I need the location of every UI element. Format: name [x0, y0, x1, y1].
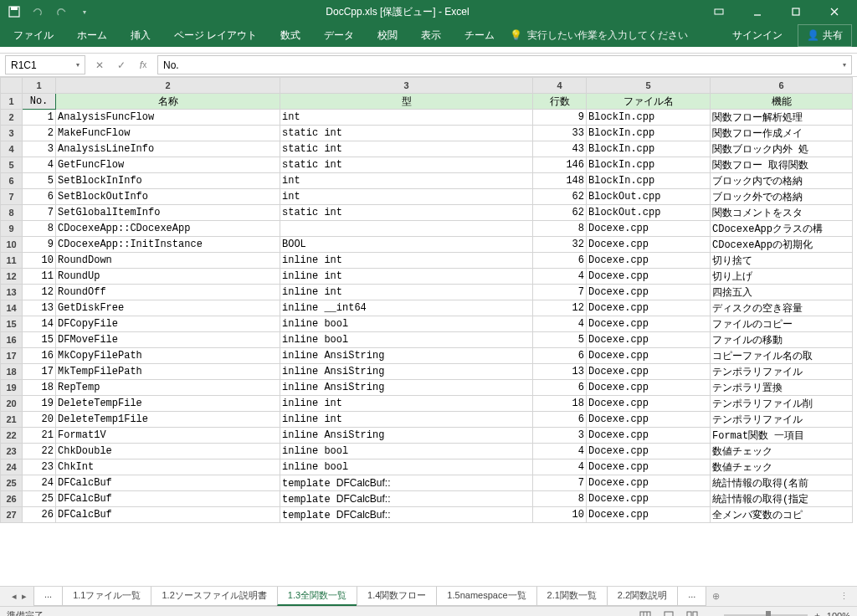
- cell[interactable]: Docexe.cpp: [587, 475, 711, 491]
- save-icon[interactable]: [3, 2, 25, 22]
- row-header[interactable]: 19: [1, 380, 23, 396]
- cell[interactable]: SetBlockInInfo: [56, 173, 280, 189]
- cell[interactable]: テンポラリファイル: [711, 412, 853, 428]
- cell[interactable]: 7: [533, 285, 587, 300]
- col-header[interactable]: 5: [587, 78, 711, 94]
- cell[interactable]: AnalysisFuncFlow: [56, 110, 280, 126]
- sheet-tab[interactable]: 2.2関数説明: [607, 587, 678, 606]
- cell[interactable]: template DFCalcBuf::: [280, 507, 533, 523]
- cell[interactable]: Docexe.cpp: [587, 459, 711, 475]
- cell[interactable]: 62: [533, 205, 587, 221]
- cell[interactable]: 23: [23, 459, 56, 475]
- cell[interactable]: 数値チェック: [711, 459, 853, 475]
- cell[interactable]: 3: [533, 428, 587, 444]
- cell[interactable]: Docexe.cpp: [587, 300, 711, 316]
- row-header[interactable]: 2: [1, 110, 23, 126]
- enter-icon[interactable]: ✓: [112, 56, 131, 74]
- cell[interactable]: 8: [23, 221, 56, 237]
- cell[interactable]: 26: [23, 507, 56, 523]
- zoom-in-icon[interactable]: ＋: [813, 609, 822, 616]
- cell[interactable]: ブロック内での格納: [711, 173, 853, 189]
- sheet-tab[interactable]: 1.1ファイル一覧: [62, 587, 151, 606]
- ribbon-tab[interactable]: 校閲: [369, 25, 406, 46]
- cell[interactable]: Docexe.cpp: [587, 221, 711, 237]
- col-header[interactable]: 1: [23, 78, 56, 94]
- cell[interactable]: inline AnsiString: [280, 428, 533, 444]
- cell[interactable]: 7: [533, 475, 587, 491]
- cell[interactable]: 62: [533, 189, 587, 205]
- cell[interactable]: 関数フロー解析処理: [711, 110, 853, 126]
- cell[interactable]: static int: [280, 126, 533, 141]
- expand-icon[interactable]: ▾: [843, 61, 846, 69]
- row-header[interactable]: 24: [1, 459, 23, 475]
- cell[interactable]: inline int: [280, 269, 533, 285]
- cell[interactable]: inline AnsiString: [280, 364, 533, 380]
- cell[interactable]: 4: [23, 157, 56, 173]
- col-header[interactable]: 2: [56, 78, 280, 94]
- row-header[interactable]: 13: [1, 285, 23, 300]
- cell[interactable]: 17: [23, 364, 56, 380]
- cell[interactable]: ディスクの空き容量: [711, 300, 853, 316]
- sheet-tab[interactable]: 1.5namespace一覧: [436, 587, 536, 606]
- cell[interactable]: Format1V: [56, 428, 280, 444]
- sheet-tab[interactable]: 1.2ソースファイル説明書: [151, 587, 277, 606]
- cell[interactable]: テンポラリ置換: [711, 380, 853, 396]
- cell[interactable]: 18: [533, 396, 587, 412]
- cell[interactable]: int: [280, 189, 533, 205]
- cell[interactable]: BlockIn.cpp: [587, 110, 711, 126]
- cell[interactable]: 9: [533, 110, 587, 126]
- row-header[interactable]: 21: [1, 412, 23, 428]
- cell[interactable]: 四捨五入: [711, 285, 853, 300]
- cell[interactable]: Docexe.cpp: [587, 285, 711, 300]
- cell[interactable]: GetDiskFree: [56, 300, 280, 316]
- cell[interactable]: 関数コメントをスタ: [711, 205, 853, 221]
- cell[interactable]: BlockIn.cpp: [587, 173, 711, 189]
- page-layout-view-icon[interactable]: [658, 608, 680, 617]
- cell[interactable]: ブロック外での格納: [711, 189, 853, 205]
- cell[interactable]: 11: [23, 269, 56, 285]
- cell[interactable]: 関数フロー作成メイ: [711, 126, 853, 141]
- cell[interactable]: 33: [533, 126, 587, 141]
- cell[interactable]: template DFCalcBuf::: [280, 475, 533, 491]
- cell[interactable]: Docexe.cpp: [587, 253, 711, 269]
- ribbon-tab[interactable]: ファイル: [5, 25, 62, 46]
- page-break-view-icon[interactable]: [681, 608, 703, 617]
- cancel-icon[interactable]: ✕: [90, 56, 109, 74]
- cell[interactable]: int: [280, 110, 533, 126]
- cell[interactable]: DFCopyFile: [56, 316, 280, 332]
- cell[interactable]: 関数フロー 取得関数: [711, 157, 853, 173]
- cell[interactable]: 6: [533, 348, 587, 364]
- qat-dropdown-icon[interactable]: ▾: [74, 2, 95, 22]
- zoom-out-icon[interactable]: −: [713, 611, 718, 617]
- cell[interactable]: Format関数 一項目: [711, 428, 853, 444]
- cell[interactable]: 4: [533, 316, 587, 332]
- cell[interactable]: ファイルのコピー: [711, 316, 853, 332]
- cell[interactable]: SetGlobalItemInfo: [56, 205, 280, 221]
- worksheet-grid[interactable]: 1234561No.名称型行数ファイル名機能 2 1 AnalysisFuncF…: [0, 77, 857, 586]
- cell[interactable]: static int: [280, 141, 533, 157]
- cell[interactable]: 1: [23, 110, 56, 126]
- col-header[interactable]: 4: [533, 78, 587, 94]
- cell[interactable]: SetBlockOutInfo: [56, 189, 280, 205]
- cell[interactable]: Docexe.cpp: [587, 491, 711, 507]
- cell[interactable]: Docexe.cpp: [587, 269, 711, 285]
- row-header[interactable]: 11: [1, 253, 23, 269]
- cell[interactable]: 22: [23, 444, 56, 459]
- ribbon-tab[interactable]: 表示: [413, 25, 449, 46]
- cell[interactable]: 16: [23, 348, 56, 364]
- cell[interactable]: Docexe.cpp: [587, 380, 711, 396]
- cell[interactable]: 5: [533, 332, 587, 348]
- sheet-tab[interactable]: 2.1関数一覧: [536, 587, 608, 606]
- row-header[interactable]: 1: [1, 94, 23, 110]
- cell[interactable]: DFCalcBuf: [56, 491, 280, 507]
- cell[interactable]: 数値チェック: [711, 444, 853, 459]
- ribbon-tab[interactable]: 数式: [272, 25, 309, 46]
- undo-icon[interactable]: [27, 2, 49, 22]
- cell[interactable]: Docexe.cpp: [587, 237, 711, 253]
- cell[interactable]: GetFuncFlow: [56, 157, 280, 173]
- cell[interactable]: RoundDown: [56, 253, 280, 269]
- cell[interactable]: 14: [23, 316, 56, 332]
- cell[interactable]: 148: [533, 173, 587, 189]
- table-header-cell[interactable]: 行数: [533, 94, 587, 110]
- cell[interactable]: inline __int64: [280, 300, 533, 316]
